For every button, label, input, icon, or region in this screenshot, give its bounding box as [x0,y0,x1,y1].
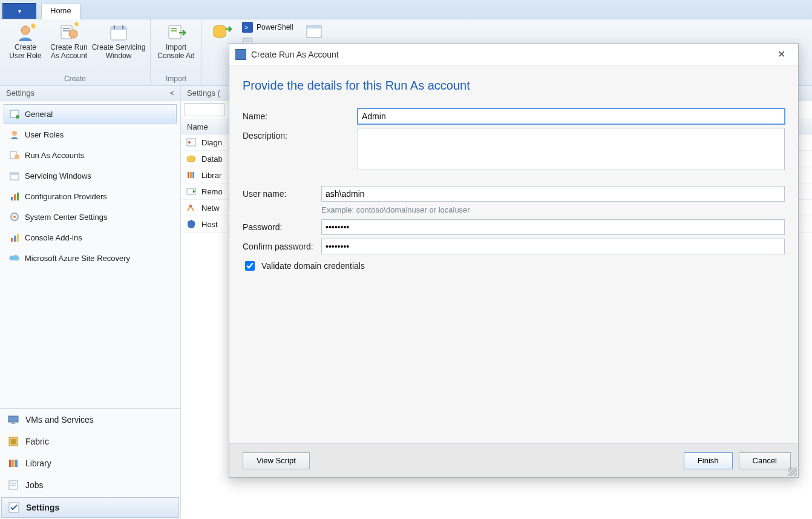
svg-point-26 [15,154,19,159]
ribbon-group-create: Create [64,74,86,85]
console-addins-icon [9,232,20,243]
wunder-vms-label: VMs and Services [25,415,94,425]
library-icon [7,457,19,469]
svg-point-33 [13,216,16,218]
row-label: Librar [201,171,221,180]
sidebar-label-run-as: Run As Accounts [25,151,84,160]
wunder-fabric[interactable]: Fabric [0,431,180,452]
svg-rect-31 [17,193,19,200]
settings-tree: General User Roles Run As Accounts Servi… [0,101,180,408]
svg-rect-46 [10,485,16,486]
create-user-role-button[interactable]: Create User Role [4,19,47,74]
confirm-password-field[interactable] [321,239,785,254]
username-field[interactable] [321,186,785,202]
left-pane: Settings < General User Roles Run As Acc… [0,86,181,519]
label-name: Name: [243,108,358,121]
svg-point-24 [12,131,17,136]
servicing-window-icon [108,22,129,42]
name-field[interactable] [358,108,785,124]
sidebar-item-configuration-providers[interactable]: Configuration Providers [4,187,177,206]
sidebar-label-user-roles: User Roles [25,130,64,139]
dialog-heading: Provide the details for this Run As acco… [243,79,785,93]
svg-rect-41 [9,460,11,467]
finish-button[interactable]: Finish [684,452,733,469]
create-servicing-label: Create Servicing Window [92,44,146,61]
sidebar-label-addins: Console Add-ins [25,233,82,242]
wunder-settings-label: Settings [26,503,59,512]
svg-rect-34 [11,238,13,242]
general-icon [9,108,20,119]
dialog-app-icon [235,49,246,60]
powershell-button[interactable]: > PowerShell [242,22,293,33]
row-label: Host [201,220,218,229]
row-icon [186,170,197,180]
sidebar-item-user-roles[interactable]: User Roles [4,125,177,144]
svg-rect-21 [307,25,321,28]
sidebar-item-general[interactable]: General [4,104,177,124]
label-password: Password: [243,219,321,232]
dialog-footer: View Script Finish Cancel [229,443,798,477]
create-servicing-window-button[interactable]: Create Servicing Window [91,19,146,74]
wunder-library-label: Library [25,458,51,468]
password-field[interactable] [321,219,785,235]
file-menu-button[interactable] [2,3,36,19]
svg-rect-37 [8,416,18,422]
svg-rect-19 [244,41,250,42]
sidebar-item-run-as-accounts[interactable]: Run As Accounts [4,145,177,165]
system-center-icon [9,211,20,222]
svg-rect-52 [190,172,192,178]
center-search-input[interactable] [185,103,224,116]
config-providers-icon [9,191,20,202]
view-script-button[interactable]: View Script [243,452,310,469]
ribbon-group-import: Import [166,74,186,85]
cancel-button[interactable]: Cancel [739,452,791,469]
create-run-as-account-button[interactable]: Create Run As Account [47,19,91,74]
wunder-settings[interactable]: Settings [1,497,179,518]
sidebar-item-system-center-settings[interactable]: System Center Settings [4,207,177,226]
svg-rect-43 [15,460,18,467]
database-arrow-icon [211,22,232,42]
left-pane-header: Settings < [0,86,180,101]
row-icon [186,137,197,148]
import-addin-label: Import Console Ad [157,44,194,61]
row-label: Datab [201,154,223,164]
row-label: Netw [201,203,220,213]
sidebar-item-azure-site-recovery[interactable]: Microsoft Azure Site Recovery [4,248,177,268]
svg-rect-45 [10,483,16,484]
import-addin-icon [166,22,186,42]
azure-cloud-icon [9,253,20,263]
import-console-addin-button[interactable]: Import Console Ad [154,19,198,74]
resize-grip-icon[interactable] [788,468,797,476]
sidebar-item-console-addins[interactable]: Console Add-ins [4,228,177,247]
center-title: Settings ( [187,88,220,98]
description-field[interactable] [358,128,785,170]
row-label: Diagn [201,138,222,147]
servicing-windows-icon [9,170,20,181]
validate-credentials-checkbox[interactable] [245,261,255,271]
collapse-left-pane-icon[interactable]: < [170,89,174,98]
svg-rect-42 [12,460,15,467]
username-hint: Example: contoso\domainuser or localuser [321,205,785,214]
fabric-icon [7,435,19,448]
wunder-jobs[interactable]: Jobs [0,474,180,496]
left-pane-title: Settings [6,88,34,98]
powershell-label: PowerShell [257,23,293,31]
dialog-body: Provide the details for this Run As acco… [229,65,798,443]
wunder-jobs-label: Jobs [25,480,44,490]
svg-point-23 [16,115,19,119]
row-icon [186,219,197,230]
wunder-vms-services[interactable]: VMs and Services [0,409,180,431]
svg-rect-38 [11,423,15,424]
svg-rect-12 [171,28,177,29]
vms-icon [7,414,19,426]
label-username: User name: [243,186,321,199]
close-icon[interactable]: ✕ [770,46,792,63]
svg-rect-3 [63,28,70,29]
svg-rect-29 [11,197,13,200]
wunder-library[interactable]: Library [0,452,180,474]
sidebar-item-servicing-windows[interactable]: Servicing Windows [4,166,177,185]
svg-rect-18 [244,39,250,41]
row-label: Remo [201,187,223,196]
sidebar-label-azure: Microsoft Azure Site Recovery [25,254,130,263]
tab-home[interactable]: Home [41,4,80,19]
